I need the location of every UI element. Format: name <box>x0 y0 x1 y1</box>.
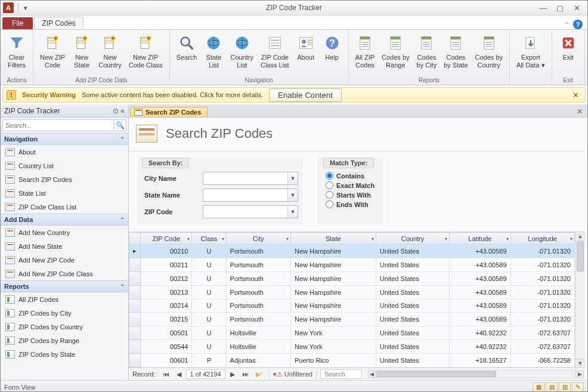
vertical-scrollbar[interactable]: ▲ ▼ <box>575 232 585 368</box>
ribbon-button[interactable]: ?Help <box>320 31 345 76</box>
table-cell[interactable]: New Hampshire <box>290 271 376 285</box>
table-cell[interactable]: Portsmouth <box>226 313 290 326</box>
zip-code-combo[interactable]: ▼ <box>203 205 298 218</box>
nav-item[interactable]: Add New Country <box>1 226 128 239</box>
ribbon-button[interactable]: Codes by Country <box>472 31 506 76</box>
table-cell[interactable]: -071.01320 <box>510 258 574 271</box>
column-filter-icon[interactable]: ▾ <box>222 236 224 241</box>
table-row[interactable]: 00213UPortsmouthNew HampshireUnited Stat… <box>129 285 575 299</box>
table-cell[interactable]: 00601 <box>141 354 192 368</box>
match-radio[interactable] <box>326 200 333 208</box>
table-cell[interactable]: +18.16527 <box>450 354 510 368</box>
table-cell[interactable]: 00210 <box>141 245 192 258</box>
nav-section-header[interactable]: Reports⌃ <box>1 280 128 292</box>
next-record-button[interactable]: ▶ <box>228 371 237 378</box>
table-cell[interactable]: U <box>192 271 226 285</box>
table-cell[interactable]: -071.01320 <box>510 271 574 285</box>
table-cell[interactable]: United States <box>376 340 450 354</box>
table-cell[interactable]: United States <box>376 285 450 299</box>
row-selector[interactable] <box>129 340 141 354</box>
tab-zip-codes[interactable]: ZIP Codes <box>34 17 83 29</box>
nav-section-header[interactable]: Add Data⌃ <box>1 214 128 226</box>
table-cell[interactable]: New Hampshire <box>290 258 376 271</box>
table-row[interactable]: 00501UHoltsvilleNew YorkUnited States+40… <box>129 326 575 340</box>
ribbon-button[interactable]: ✱New ZIP Code <box>37 31 68 76</box>
scroll-thumb[interactable] <box>577 242 584 271</box>
table-cell[interactable]: New York <box>290 340 376 354</box>
ribbon-button[interactable]: Exit <box>556 31 581 76</box>
table-cell[interactable]: United States <box>376 258 450 271</box>
city-name-combo[interactable]: ▼ <box>203 172 298 185</box>
nav-item[interactable]: ZIP Codes by Country <box>1 320 128 334</box>
column-header[interactable]: State▾ <box>290 233 376 245</box>
minimize-button[interactable]: ― <box>537 3 549 13</box>
navpane-header[interactable]: ZIP Code Tracker ⊙« <box>1 104 128 118</box>
nav-item[interactable]: ZIP Codes by Range <box>1 334 128 347</box>
nav-item[interactable]: Add New State <box>1 239 128 253</box>
navpane-search-input[interactable] <box>2 119 113 131</box>
qat-customize-icon[interactable]: ▾ <box>20 2 31 13</box>
table-cell[interactable]: Holtsville <box>226 326 290 340</box>
table-cell[interactable]: 00213 <box>141 285 192 299</box>
table-cell[interactable]: 00214 <box>141 299 192 313</box>
table-cell[interactable]: New Hampshire <box>290 245 376 258</box>
table-row[interactable]: 00601PAdjuntasPuerto RicoUnited States+1… <box>129 354 575 368</box>
match-radio[interactable] <box>326 191 333 199</box>
row-selector-header[interactable] <box>129 233 141 245</box>
ribbon-button[interactable]: ✱New Country <box>95 31 125 76</box>
table-row[interactable]: 00212UPortsmouthNew HampshireUnited Stat… <box>129 271 575 285</box>
nav-item[interactable]: Add New ZIP Code Class <box>1 267 128 280</box>
ribbon-button[interactable]: Export All Data ▾ <box>513 31 548 83</box>
table-cell[interactable]: Holtsville <box>226 340 290 354</box>
table-cell[interactable]: -071.01320 <box>510 299 574 313</box>
table-cell[interactable]: U <box>192 340 226 354</box>
first-record-button[interactable]: ⏮ <box>160 371 172 378</box>
table-cell[interactable]: 00544 <box>141 340 192 354</box>
table-cell[interactable]: P <box>192 354 226 368</box>
table-cell[interactable]: +43.00589 <box>450 245 510 258</box>
ribbon-minimize-icon[interactable]: ⌃ <box>565 21 570 28</box>
column-filter-icon[interactable]: ▾ <box>286 236 289 241</box>
help-icon[interactable]: ? <box>573 20 583 29</box>
ribbon-button[interactable]: ✱New ZIP Code Class <box>126 31 166 76</box>
nav-item[interactable]: ZIP Codes by City <box>1 306 128 320</box>
table-row[interactable]: 00215UPortsmouthNew HampshireUnited Stat… <box>129 313 575 326</box>
table-row[interactable]: 00544UHoltsvilleNew YorkUnited States+40… <box>129 340 575 354</box>
table-cell[interactable]: United States <box>376 326 450 340</box>
table-cell[interactable]: Portsmouth <box>226 285 290 299</box>
table-cell[interactable]: +43.00589 <box>450 285 510 299</box>
scroll-left-icon[interactable]: ◀ <box>369 371 376 378</box>
match-option[interactable]: Ends With <box>326 200 375 208</box>
column-filter-icon[interactable]: ▾ <box>570 236 572 241</box>
table-cell[interactable]: Puerto Rico <box>290 354 376 368</box>
table-cell[interactable]: 00501 <box>141 326 192 340</box>
horizontal-scrollbar[interactable]: ◀ ▶ <box>368 370 584 378</box>
record-position[interactable]: 1 of 42194 <box>186 369 225 379</box>
column-header[interactable]: City▾ <box>226 233 290 245</box>
table-cell[interactable]: Adjuntas <box>226 354 290 368</box>
ribbon-button[interactable]: Clear Filters <box>4 31 29 76</box>
column-header[interactable]: Longitude▾ <box>510 233 574 245</box>
table-cell[interactable]: -071.01320 <box>510 285 574 299</box>
scroll-right-icon[interactable]: ▶ <box>575 371 583 378</box>
column-header[interactable]: Latitude▾ <box>450 233 510 245</box>
table-row[interactable]: ▸00210UPortsmouthNew HampshireUnited Sta… <box>129 245 575 258</box>
column-header[interactable]: Country▾ <box>376 233 450 245</box>
column-filter-icon[interactable]: ▾ <box>187 236 190 241</box>
table-row[interactable]: 00211UPortsmouthNew HampshireUnited Stat… <box>129 258 575 271</box>
maximize-button[interactable]: ▢ <box>554 3 566 13</box>
last-record-button[interactable]: ⏭ <box>240 371 251 378</box>
close-button[interactable]: ✕ <box>571 3 583 13</box>
scroll-thumb[interactable] <box>377 371 496 377</box>
ribbon-button[interactable]: ZIP Code Class List <box>258 31 292 76</box>
table-cell[interactable]: United States <box>376 313 450 326</box>
ribbon-button[interactable]: Search <box>174 31 200 76</box>
document-tab[interactable]: Search ZIP Codes <box>130 107 208 117</box>
table-cell[interactable]: 00215 <box>141 313 192 326</box>
navpane-dropdown-icon[interactable]: ⊙ <box>113 107 119 115</box>
match-radio[interactable] <box>326 181 333 189</box>
table-cell[interactable]: U <box>192 258 226 271</box>
table-cell[interactable]: +40.92232 <box>450 340 510 354</box>
column-header[interactable]: Class▾ <box>192 233 226 245</box>
match-option[interactable]: Exact Match <box>326 181 375 189</box>
